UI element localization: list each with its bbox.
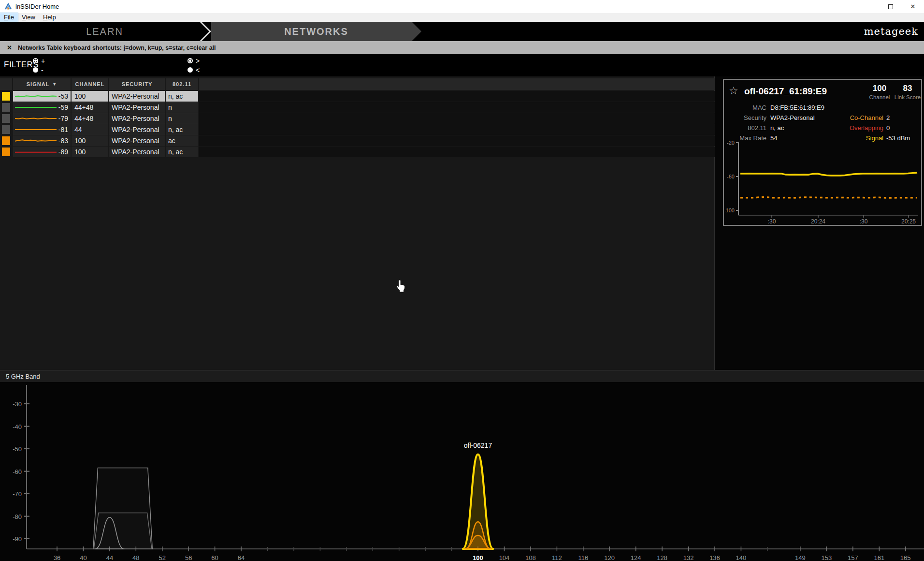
cell-80211[interactable]: n, ac [166, 124, 198, 135]
filter-include-radio[interactable]: + [33, 56, 52, 65]
svg-text:56: 56 [185, 554, 192, 561]
cell-filler [199, 147, 715, 157]
signal-timeline-chart: -20 -60 -100 :30 20:24 :30 20:25 [725, 140, 920, 225]
cell-color-swatch [0, 135, 12, 146]
header-signal[interactable]: SIGNAL▼ [13, 78, 71, 90]
radio-selected-icon [33, 58, 38, 63]
svg-text:64: 64 [238, 554, 245, 561]
signal-less-radio[interactable]: < [188, 65, 207, 74]
metageek-logo: metageek [864, 22, 918, 41]
cell-80211[interactable]: n [166, 102, 198, 113]
table-row[interactable]: -5944+48WPA2-Personaln [0, 102, 715, 113]
window-titlebar: inSSIDer Home – ✕ [0, 0, 924, 13]
band-header: 5 GHz Band [0, 370, 924, 382]
menu-item-file[interactable]: File [0, 13, 18, 22]
signal-sparkline [13, 102, 59, 113]
header-channel[interactable]: CHANNEL [72, 78, 108, 90]
svg-text:20:24: 20:24 [811, 218, 825, 225]
header-80211[interactable]: 802.11 [166, 78, 198, 90]
minimize-button[interactable]: – [857, 0, 880, 13]
cell-signal[interactable]: -53 [13, 91, 71, 102]
header-security[interactable]: SECURITY [109, 78, 165, 90]
menu-item-view[interactable]: View [18, 13, 39, 22]
cell-security[interactable]: WPA2-Personal [109, 102, 165, 113]
notice-close-icon[interactable]: ✕ [7, 44, 12, 51]
svg-text:120: 120 [604, 554, 615, 561]
table-header-row: SIGNAL▼CHANNELSECURITY802.11 [0, 78, 715, 90]
close-button[interactable]: ✕ [902, 0, 924, 13]
signal-sparkline [13, 147, 59, 157]
cell-signal[interactable]: -81 [13, 124, 71, 135]
maximize-button[interactable] [880, 0, 902, 13]
include-exclude-radios: + - [33, 56, 52, 74]
cell-channel[interactable]: 44+48 [72, 113, 108, 124]
cell-signal[interactable]: -83 [13, 135, 71, 146]
svg-text:132: 132 [683, 554, 694, 561]
filter-exclude-radio[interactable]: - [33, 65, 52, 74]
svg-text:ofl-06217: ofl-06217 [464, 442, 492, 449]
cell-channel[interactable]: 100 [72, 147, 108, 157]
cell-color-swatch [0, 91, 12, 102]
svg-text:128: 128 [657, 554, 667, 561]
sort-desc-icon: ▼ [52, 82, 57, 87]
cell-80211[interactable]: ac [166, 135, 198, 146]
app-icon [4, 2, 13, 11]
svg-text:-30: -30 [13, 400, 22, 408]
networks-table: SIGNAL▼CHANNELSECURITY802.11 -53100WPA2-… [0, 76, 715, 370]
svg-text:100: 100 [473, 554, 483, 561]
cell-80211[interactable]: n [166, 113, 198, 124]
svg-text::30: :30 [768, 218, 776, 225]
svg-text:136: 136 [709, 554, 720, 561]
svg-text:-60: -60 [727, 174, 735, 179]
signal-sparkline [13, 91, 59, 102]
header-filler[interactable] [199, 78, 715, 90]
cell-security[interactable]: WPA2-Personal [109, 113, 165, 124]
svg-text::30: :30 [860, 218, 868, 225]
signal-greater-radio[interactable]: > [188, 56, 207, 65]
cursor-hand-icon [395, 280, 406, 293]
cell-security[interactable]: WPA2-Personal [109, 91, 165, 102]
cell-channel[interactable]: 44+48 [72, 102, 108, 113]
maximize-icon [888, 4, 893, 9]
cell-security[interactable]: WPA2-Personal [109, 147, 165, 157]
cell-channel[interactable]: 100 [72, 135, 108, 146]
cell-color-swatch [0, 124, 12, 135]
cell-security[interactable]: WPA2-Personal [109, 135, 165, 146]
tab-learn[interactable]: LEARN [0, 22, 209, 41]
svg-text:-40: -40 [13, 423, 22, 430]
cell-signal[interactable]: -79 [13, 113, 71, 124]
notice-text: Networks Table keyboard shortcuts: j=dow… [18, 44, 216, 51]
table-row[interactable]: -89100WPA2-Personaln, ac [0, 147, 715, 157]
cell-filler [199, 135, 715, 146]
table-row[interactable]: -83100WPA2-Personalac [0, 135, 715, 146]
radio-icon [188, 67, 193, 73]
cell-color-swatch [0, 147, 12, 157]
cell-filler [199, 91, 715, 102]
cell-signal[interactable]: -89 [13, 147, 71, 157]
table-row[interactable]: -7944+48WPA2-Personaln [0, 113, 715, 124]
menu-item-help[interactable]: Help [39, 13, 60, 22]
spectrum-chart: -30 -40 -50 -60 -70 -80 -90 36 40 44 48 … [0, 382, 924, 561]
tab-networks[interactable]: NETWORKS [211, 22, 421, 41]
svg-text:40: 40 [80, 554, 87, 561]
cell-channel[interactable]: 100 [72, 91, 108, 102]
detail-channel-stat: 100 Channel [865, 84, 894, 100]
cell-security[interactable]: WPA2-Personal [109, 124, 165, 135]
svg-text:140: 140 [736, 554, 747, 561]
filters-bar: FILTERS + - > < Security ∨ 802.11 ∨ [0, 54, 924, 76]
cell-signal[interactable]: -59 [13, 102, 71, 113]
cell-filler [199, 124, 715, 135]
radio-selected-icon [188, 58, 193, 63]
cell-80211[interactable]: n, ac [166, 147, 198, 157]
star-icon[interactable]: ☆ [729, 85, 738, 97]
shortcut-notice-bar: ✕ Networks Table keyboard shortcuts: j=d… [0, 41, 924, 54]
signal-sparkline [13, 124, 59, 135]
header-swatch[interactable] [0, 78, 12, 90]
table-row[interactable]: -8144WPA2-Personaln, ac [0, 124, 715, 135]
table-row[interactable]: -53100WPA2-Personaln, ac [0, 91, 715, 102]
cell-filler [199, 102, 715, 113]
gt-lt-radios: > < [188, 56, 207, 74]
cell-channel[interactable]: 44 [72, 124, 108, 135]
cell-80211[interactable]: n, ac [166, 91, 198, 102]
svg-text:44: 44 [106, 554, 113, 561]
